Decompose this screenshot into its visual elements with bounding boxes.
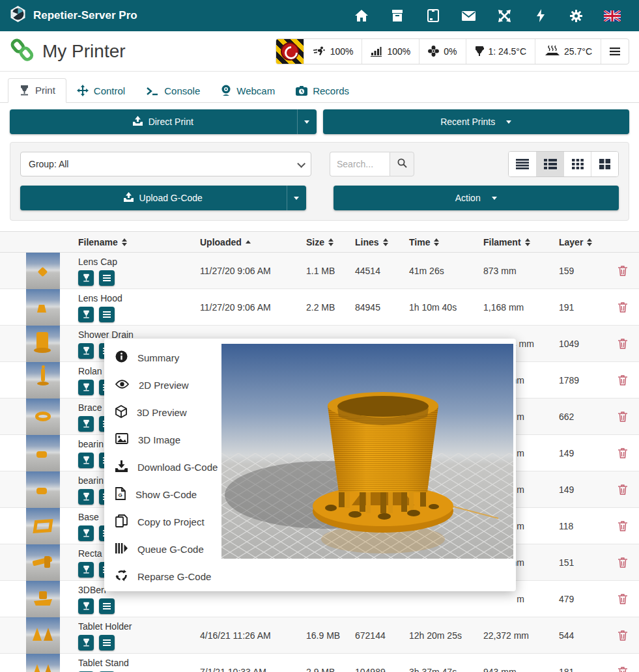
- recycle-icon: [115, 570, 128, 583]
- messages-icon[interactable]: [451, 0, 487, 31]
- search-button[interactable]: [390, 152, 414, 176]
- row-menu-button[interactable]: [99, 598, 115, 614]
- menu-item-download-gcode[interactable]: Download G-Code: [104, 453, 221, 481]
- menu-item-reparse-gcode[interactable]: Reparse G-Code: [104, 563, 221, 590]
- upload-gcode-dropdown[interactable]: [287, 186, 306, 210]
- tools-icon[interactable]: [487, 0, 522, 31]
- col-time[interactable]: Time: [409, 237, 483, 247]
- gcode-thumbnail[interactable]: [26, 544, 60, 581]
- col-uploaded[interactable]: Uploaded: [200, 237, 306, 247]
- gcode-thumbnail[interactable]: [26, 617, 60, 654]
- menu-item-queue-gcode[interactable]: Queue G-Code: [104, 535, 221, 563]
- delete-button[interactable]: [606, 302, 639, 313]
- tab-console[interactable]: Console: [135, 79, 210, 103]
- speed-status[interactable]: 100%: [304, 39, 362, 64]
- gcode-thumbnail[interactable]: [26, 508, 60, 544]
- gcode-thumbnail[interactable]: [26, 654, 60, 672]
- print-button[interactable]: [78, 635, 94, 651]
- menu-item-3d-preview[interactable]: 3D Preview: [104, 399, 221, 426]
- gcode-filename[interactable]: Tablet Holder: [78, 621, 200, 632]
- gcode-thumbnail[interactable]: [26, 326, 60, 362]
- gcode-thumbnail[interactable]: [26, 435, 60, 471]
- download-icon: [115, 460, 128, 474]
- delete-button[interactable]: [606, 484, 639, 495]
- direct-print-dropdown[interactable]: [297, 109, 317, 134]
- delete-button[interactable]: [606, 667, 639, 672]
- delete-button[interactable]: [606, 339, 639, 349]
- gcode-thumbnail[interactable]: [26, 471, 60, 508]
- gcode-thumbnail[interactable]: [26, 581, 60, 617]
- gcode-thumbnail[interactable]: [26, 399, 60, 435]
- col-filename[interactable]: Filename: [78, 237, 200, 247]
- view-detail-list-button[interactable]: [536, 152, 563, 176]
- action-button[interactable]: Action: [334, 186, 619, 210]
- print-button[interactable]: [78, 343, 94, 359]
- row-menu-button[interactable]: [99, 270, 115, 286]
- emergency-stop-button[interactable]: [276, 39, 304, 64]
- cell-filament: m: [483, 594, 559, 604]
- menu-item-3d-image[interactable]: 3D Image: [104, 426, 221, 453]
- gcode-filename[interactable]: Lens Cap: [78, 257, 200, 267]
- tab-print[interactable]: Print: [8, 78, 66, 103]
- delete-button[interactable]: [606, 594, 639, 604]
- delete-button[interactable]: [606, 557, 639, 568]
- settings-icon[interactable]: [558, 0, 594, 31]
- print-button[interactable]: [78, 380, 94, 395]
- recent-prints-button[interactable]: Recent Prints: [323, 109, 630, 134]
- view-grid-large-button[interactable]: [591, 152, 618, 176]
- print-button[interactable]: [78, 270, 94, 286]
- search-input[interactable]: [330, 152, 390, 176]
- cell-uploaded: 4/16/21 11:26 AM: [200, 630, 306, 641]
- direct-print-button[interactable]: Direct Print: [10, 109, 317, 134]
- menu-item-show-gcode[interactable]: G Show G-Code: [104, 481, 221, 508]
- col-lines[interactable]: Lines: [355, 237, 409, 247]
- print-button[interactable]: [78, 489, 94, 505]
- touchscreen-icon[interactable]: [415, 0, 451, 31]
- print-button[interactable]: [78, 307, 94, 322]
- extruder-temp[interactable]: 1: 24.5°C: [466, 39, 535, 64]
- print-button[interactable]: [78, 562, 94, 578]
- fan-status[interactable]: 0%: [419, 39, 465, 64]
- print-button[interactable]: [78, 453, 94, 468]
- extruder-icon: [475, 46, 484, 57]
- delete-button[interactable]: [606, 521, 639, 531]
- delete-button[interactable]: [606, 448, 639, 458]
- print-button[interactable]: [78, 525, 94, 541]
- menu-item-summary[interactable]: Summary: [104, 344, 221, 371]
- tab-control[interactable]: Control: [66, 79, 135, 103]
- col-size[interactable]: Size: [306, 237, 355, 247]
- row-menu-button[interactable]: [99, 307, 115, 322]
- language-flag-icon[interactable]: [594, 0, 630, 31]
- view-list-button[interactable]: [509, 152, 536, 176]
- bed-temp[interactable]: 25.7°C: [535, 39, 601, 64]
- col-filament[interactable]: Filament: [483, 237, 559, 247]
- flow-status[interactable]: 100%: [362, 39, 419, 64]
- delete-button[interactable]: [606, 630, 639, 641]
- tab-records[interactable]: Records: [285, 79, 360, 103]
- menu-label: 2D Preview: [139, 380, 189, 391]
- menu-item-2d-preview[interactable]: 2D Preview: [104, 371, 221, 399]
- upload-gcode-button[interactable]: Upload G-Code: [20, 186, 306, 210]
- power-icon[interactable]: [522, 0, 558, 31]
- gcode-thumbnail[interactable]: [26, 289, 60, 326]
- print-button[interactable]: [78, 598, 94, 614]
- gcode-thumbnail[interactable]: [26, 253, 60, 289]
- printer-icon[interactable]: [379, 0, 415, 31]
- gcode-filename[interactable]: Tablet Stand: [78, 658, 200, 668]
- col-layer[interactable]: Layer: [559, 237, 606, 247]
- printer-menu-button[interactable]: [601, 39, 629, 64]
- delete-button[interactable]: [606, 375, 639, 385]
- delete-button[interactable]: [606, 412, 639, 422]
- gcode-filename[interactable]: Lens Hood: [78, 293, 200, 303]
- tab-webcam[interactable]: Webcam: [210, 79, 285, 103]
- brand[interactable]: Repetier-Server Pro: [9, 5, 137, 26]
- gcode-thumbnail[interactable]: [26, 362, 60, 399]
- cell-uploaded: 11/27/20 9:06 AM: [200, 266, 306, 276]
- menu-item-copy-to-project[interactable]: Copy to Project: [104, 508, 221, 535]
- delete-button[interactable]: [606, 266, 639, 276]
- print-button[interactable]: [78, 416, 94, 432]
- view-grid-small-button[interactable]: [563, 152, 591, 176]
- group-select[interactable]: Group: All: [20, 152, 311, 176]
- row-menu-button[interactable]: [99, 635, 115, 651]
- home-icon[interactable]: [343, 0, 379, 31]
